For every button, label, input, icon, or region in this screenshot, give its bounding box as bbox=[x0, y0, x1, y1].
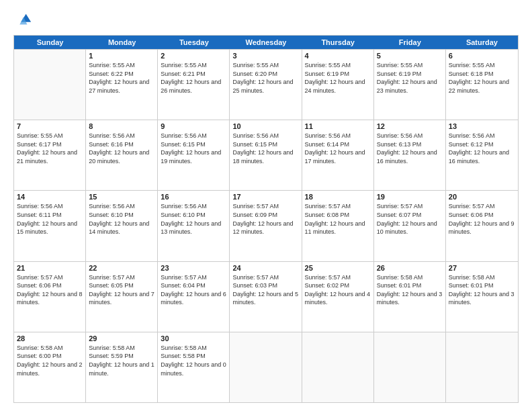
daylight-text: Daylight: 12 hours and 6 minutes. bbox=[161, 290, 226, 307]
day-number: 4 bbox=[305, 52, 371, 60]
sunset-text: Sunset: 6:16 PM bbox=[89, 140, 154, 149]
daylight-text: Daylight: 12 hours and 1 minute. bbox=[89, 361, 154, 377]
calendar-body: 1Sunrise: 5:55 AMSunset: 6:22 PMDaylight… bbox=[14, 49, 518, 402]
day-number: 3 bbox=[232, 52, 298, 60]
sunset-text: Sunset: 6:08 PM bbox=[305, 211, 371, 220]
sunrise-text: Sunrise: 5:57 AM bbox=[232, 202, 298, 211]
empty-cell-4-6 bbox=[446, 332, 518, 402]
day-cell-8: 8Sunrise: 5:56 AMSunset: 6:16 PMDaylight… bbox=[86, 120, 158, 190]
sunset-text: Sunset: 6:21 PM bbox=[161, 70, 226, 79]
daylight-text: Daylight: 12 hours and 26 minutes. bbox=[161, 78, 226, 95]
calendar-row-4: 28Sunrise: 5:58 AMSunset: 6:00 PMDayligh… bbox=[14, 332, 518, 402]
sunrise-text: Sunrise: 5:55 AM bbox=[305, 61, 371, 70]
page: SundayMondayTuesdayWednesdayThursdayFrid… bbox=[0, 0, 532, 411]
sunset-text: Sunset: 6:03 PM bbox=[232, 281, 298, 290]
header-day-sunday: Sunday bbox=[14, 36, 86, 49]
daylight-text: Daylight: 12 hours and 4 minutes. bbox=[305, 290, 371, 307]
day-number: 23 bbox=[161, 264, 226, 272]
daylight-text: Daylight: 12 hours and 10 minutes. bbox=[377, 220, 443, 236]
sunset-text: Sunset: 6:13 PM bbox=[377, 140, 443, 149]
day-cell-30: 30Sunrise: 5:58 AMSunset: 5:58 PMDayligh… bbox=[158, 332, 230, 402]
daylight-text: Daylight: 12 hours and 0 minutes. bbox=[161, 361, 226, 377]
sunrise-text: Sunrise: 5:55 AM bbox=[89, 61, 154, 70]
sunset-text: Sunset: 6:19 PM bbox=[377, 70, 443, 79]
calendar: SundayMondayTuesdayWednesdayThursdayFrid… bbox=[13, 35, 519, 403]
sunset-text: Sunset: 6:18 PM bbox=[449, 70, 515, 79]
sunset-text: Sunset: 6:22 PM bbox=[89, 70, 154, 79]
day-cell-27: 27Sunrise: 5:58 AMSunset: 6:01 PMDayligh… bbox=[446, 262, 518, 332]
sunrise-text: Sunrise: 5:57 AM bbox=[232, 273, 298, 282]
sunrise-text: Sunrise: 5:56 AM bbox=[89, 202, 154, 211]
day-number: 16 bbox=[161, 193, 226, 201]
daylight-text: Daylight: 12 hours and 16 minutes. bbox=[449, 148, 515, 165]
logo bbox=[13, 11, 35, 30]
sunrise-text: Sunrise: 5:55 AM bbox=[161, 61, 226, 70]
sunrise-text: Sunrise: 5:55 AM bbox=[17, 132, 83, 140]
sunset-text: Sunset: 6:10 PM bbox=[89, 211, 154, 220]
sunrise-text: Sunrise: 5:57 AM bbox=[161, 273, 226, 282]
sunset-text: Sunset: 6:06 PM bbox=[17, 281, 83, 290]
sunrise-text: Sunrise: 5:57 AM bbox=[305, 273, 371, 282]
day-number: 17 bbox=[232, 193, 298, 201]
day-number: 10 bbox=[232, 122, 298, 130]
day-cell-4: 4Sunrise: 5:55 AMSunset: 6:19 PMDaylight… bbox=[302, 50, 374, 120]
day-number: 9 bbox=[161, 122, 226, 130]
sunrise-text: Sunrise: 5:56 AM bbox=[377, 132, 443, 140]
sunrise-text: Sunrise: 5:58 AM bbox=[89, 344, 154, 353]
sunset-text: Sunset: 6:04 PM bbox=[161, 281, 226, 290]
sunset-text: Sunset: 6:01 PM bbox=[377, 281, 443, 290]
day-number: 19 bbox=[377, 193, 443, 201]
sunrise-text: Sunrise: 5:56 AM bbox=[161, 132, 226, 140]
day-cell-22: 22Sunrise: 5:57 AMSunset: 6:05 PMDayligh… bbox=[86, 262, 158, 332]
day-number: 14 bbox=[17, 193, 83, 201]
daylight-text: Daylight: 12 hours and 5 minutes. bbox=[232, 290, 298, 307]
day-number: 28 bbox=[17, 334, 83, 342]
sunset-text: Sunset: 6:12 PM bbox=[449, 140, 515, 149]
empty-cell-4-4 bbox=[302, 332, 374, 402]
header-day-thursday: Thursday bbox=[302, 36, 374, 49]
daylight-text: Daylight: 12 hours and 3 minutes. bbox=[377, 290, 443, 307]
sunrise-text: Sunrise: 5:56 AM bbox=[449, 132, 515, 140]
day-number: 6 bbox=[449, 52, 515, 60]
sunset-text: Sunset: 6:05 PM bbox=[89, 281, 154, 290]
day-cell-23: 23Sunrise: 5:57 AMSunset: 6:04 PMDayligh… bbox=[158, 262, 230, 332]
day-number: 12 bbox=[377, 122, 443, 130]
daylight-text: Daylight: 12 hours and 24 minutes. bbox=[305, 78, 371, 95]
empty-cell-0-0 bbox=[14, 50, 86, 120]
sunset-text: Sunset: 6:11 PM bbox=[17, 211, 83, 220]
day-number: 24 bbox=[232, 264, 298, 272]
sunrise-text: Sunrise: 5:56 AM bbox=[89, 132, 154, 140]
header-day-saturday: Saturday bbox=[446, 36, 518, 49]
day-number: 25 bbox=[305, 264, 371, 272]
daylight-text: Daylight: 12 hours and 22 minutes. bbox=[449, 78, 515, 95]
day-cell-13: 13Sunrise: 5:56 AMSunset: 6:12 PMDayligh… bbox=[446, 120, 518, 190]
daylight-text: Daylight: 12 hours and 25 minutes. bbox=[232, 78, 298, 95]
header-day-tuesday: Tuesday bbox=[158, 36, 230, 49]
sunrise-text: Sunrise: 5:58 AM bbox=[377, 273, 443, 282]
day-number: 15 bbox=[89, 193, 154, 201]
header bbox=[13, 11, 519, 30]
day-cell-12: 12Sunrise: 5:56 AMSunset: 6:13 PMDayligh… bbox=[374, 120, 446, 190]
day-cell-28: 28Sunrise: 5:58 AMSunset: 6:00 PMDayligh… bbox=[14, 332, 86, 402]
sunrise-text: Sunrise: 5:58 AM bbox=[17, 344, 83, 353]
sunset-text: Sunset: 6:02 PM bbox=[305, 281, 371, 290]
sunrise-text: Sunrise: 5:57 AM bbox=[17, 273, 83, 282]
day-number: 5 bbox=[377, 52, 443, 60]
day-cell-29: 29Sunrise: 5:58 AMSunset: 5:59 PMDayligh… bbox=[86, 332, 158, 402]
daylight-text: Daylight: 12 hours and 21 minutes. bbox=[17, 148, 83, 165]
sunrise-text: Sunrise: 5:58 AM bbox=[449, 273, 515, 282]
calendar-row-2: 14Sunrise: 5:56 AMSunset: 6:11 PMDayligh… bbox=[14, 190, 518, 261]
day-cell-7: 7Sunrise: 5:55 AMSunset: 6:17 PMDaylight… bbox=[14, 120, 86, 190]
sunrise-text: Sunrise: 5:56 AM bbox=[17, 202, 83, 211]
sunset-text: Sunset: 6:09 PM bbox=[232, 211, 298, 220]
daylight-text: Daylight: 12 hours and 17 minutes. bbox=[305, 148, 371, 165]
daylight-text: Daylight: 12 hours and 27 minutes. bbox=[89, 78, 154, 95]
daylight-text: Daylight: 12 hours and 15 minutes. bbox=[17, 220, 83, 236]
day-number: 1 bbox=[89, 52, 154, 60]
day-number: 21 bbox=[17, 264, 83, 272]
day-number: 18 bbox=[305, 193, 371, 201]
daylight-text: Daylight: 12 hours and 18 minutes. bbox=[232, 148, 298, 165]
calendar-row-3: 21Sunrise: 5:57 AMSunset: 6:06 PMDayligh… bbox=[14, 261, 518, 332]
day-cell-9: 9Sunrise: 5:56 AMSunset: 6:15 PMDaylight… bbox=[158, 120, 230, 190]
day-cell-15: 15Sunrise: 5:56 AMSunset: 6:10 PMDayligh… bbox=[86, 191, 158, 261]
